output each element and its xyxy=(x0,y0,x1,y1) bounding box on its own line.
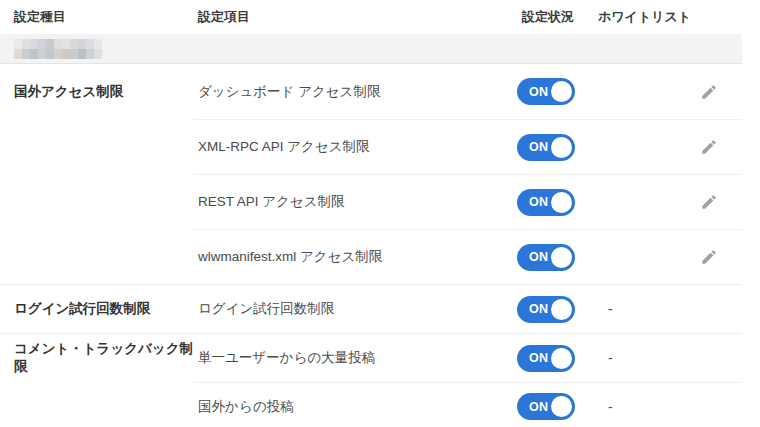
toggle-on-label: ON xyxy=(529,195,549,209)
edit-whitelist-button[interactable] xyxy=(700,193,718,211)
redacted-mosaic xyxy=(14,39,102,59)
toggle-knob xyxy=(551,192,572,213)
category-label: 国外アクセス制限 xyxy=(0,64,193,119)
whitelist-cell xyxy=(598,248,742,266)
toggle-knob xyxy=(551,247,572,268)
redacted-pixel xyxy=(38,39,46,49)
group-items: ログイン試行回数制限 ON - xyxy=(193,285,742,333)
setting-item-label: wlwmanifest.xml アクセス制限 xyxy=(193,248,511,266)
edit-whitelist-button[interactable] xyxy=(700,248,718,266)
table-row: 国外からの投稿 ON - xyxy=(193,382,742,427)
whitelist-cell xyxy=(598,193,742,211)
redacted-pixel xyxy=(62,39,70,49)
whitelist-cell: - xyxy=(598,399,742,415)
group-items: 単一ユーザーからの大量投稿 ON - 国外からの投稿 ON - xyxy=(193,334,742,427)
edit-whitelist-button[interactable] xyxy=(700,138,718,156)
whitelist-cell: - xyxy=(598,301,742,317)
redacted-pixel xyxy=(22,49,30,59)
pencil-icon xyxy=(700,193,718,211)
settings-group: 国外アクセス制限 ダッシュボード アクセス制限 ON XML-RPC API ア… xyxy=(0,64,742,284)
redacted-pixel xyxy=(22,39,30,49)
redacted-pixel xyxy=(14,39,22,49)
setting-item-label: 国外からの投稿 xyxy=(193,398,511,416)
table-row: ダッシュボード アクセス制限 ON xyxy=(193,64,742,119)
redacted-pixel xyxy=(78,49,86,59)
toggle-on-label: ON xyxy=(529,85,549,99)
redacted-pixel xyxy=(46,39,54,49)
redacted-pixel xyxy=(30,49,38,59)
column-header-setting-status: 設定状況 xyxy=(511,8,598,26)
setting-item-label: 単一ユーザーからの大量投稿 xyxy=(193,349,511,367)
whitelist-empty-value: - xyxy=(608,301,613,317)
settings-group: コメント・トラックバック制限 単一ユーザーからの大量投稿 ON - 国外からの投… xyxy=(0,333,742,427)
whitelist-empty-value: - xyxy=(608,399,613,415)
redacted-site-bar xyxy=(0,34,742,64)
toggle-on-label: ON xyxy=(529,351,549,365)
column-header-setting-item: 設定項目 xyxy=(193,8,511,26)
setting-status-cell: ON xyxy=(511,345,598,372)
toggle-knob xyxy=(551,348,572,369)
pencil-icon xyxy=(700,248,718,266)
pencil-icon xyxy=(700,83,718,101)
redacted-pixel xyxy=(62,49,70,59)
settings-groups: 国外アクセス制限 ダッシュボード アクセス制限 ON XML-RPC API ア… xyxy=(0,64,742,427)
setting-item-label: ログイン試行回数制限 xyxy=(193,300,511,318)
setting-status-cell: ON xyxy=(511,296,598,323)
status-toggle-on[interactable]: ON xyxy=(517,296,575,323)
whitelist-cell xyxy=(598,83,742,101)
toggle-on-label: ON xyxy=(529,302,549,316)
whitelist-empty-value: - xyxy=(608,350,613,366)
toggle-knob xyxy=(551,81,572,102)
category-label: コメント・トラックバック制限 xyxy=(0,334,193,382)
redacted-pixel xyxy=(70,49,78,59)
toggle-knob xyxy=(551,396,572,417)
setting-status-cell: ON xyxy=(511,189,598,216)
redacted-pixel xyxy=(94,39,102,49)
redacted-pixel xyxy=(94,49,102,59)
setting-status-cell: ON xyxy=(511,134,598,161)
redacted-pixel xyxy=(30,39,38,49)
redacted-pixel xyxy=(78,39,86,49)
table-row: wlwmanifest.xml アクセス制限 ON xyxy=(193,229,742,284)
redacted-pixel xyxy=(86,39,94,49)
redacted-pixel xyxy=(54,39,62,49)
table-row: 単一ユーザーからの大量投稿 ON - xyxy=(193,334,742,382)
redacted-pixel xyxy=(86,49,94,59)
status-toggle-on[interactable]: ON xyxy=(517,134,575,161)
toggle-knob xyxy=(551,299,572,320)
setting-status-cell: ON xyxy=(511,78,598,105)
edit-whitelist-button[interactable] xyxy=(700,83,718,101)
table-row: REST API アクセス制限 ON xyxy=(193,174,742,229)
redacted-pixel xyxy=(14,49,22,59)
table-row: ログイン試行回数制限 ON - xyxy=(193,285,742,333)
pencil-icon xyxy=(700,138,718,156)
column-header-whitelist: ホワイトリスト xyxy=(598,8,742,26)
whitelist-cell: - xyxy=(598,350,742,366)
settings-group: ログイン試行回数制限 ログイン試行回数制限 ON - xyxy=(0,284,742,333)
column-header-setting-category: 設定種目 xyxy=(0,8,193,26)
status-toggle-on[interactable]: ON xyxy=(517,189,575,216)
status-toggle-on[interactable]: ON xyxy=(517,244,575,271)
status-toggle-on[interactable]: ON xyxy=(517,78,575,105)
setting-item-label: REST API アクセス制限 xyxy=(193,193,511,211)
toggle-on-label: ON xyxy=(529,400,549,414)
status-toggle-on[interactable]: ON xyxy=(517,345,575,372)
setting-status-cell: ON xyxy=(511,393,598,420)
toggle-on-label: ON xyxy=(529,250,549,264)
redacted-pixel xyxy=(46,49,54,59)
redacted-pixel xyxy=(70,39,78,49)
security-settings-table: 設定種目 設定項目 設定状況 ホワイトリスト 国外アクセス制限 ダッシュボード … xyxy=(0,0,742,427)
redacted-pixel xyxy=(38,49,46,59)
status-toggle-on[interactable]: ON xyxy=(517,393,575,420)
toggle-knob xyxy=(551,137,572,158)
group-items: ダッシュボード アクセス制限 ON XML-RPC API アクセス制限 ON … xyxy=(193,64,742,284)
category-label: ログイン試行回数制限 xyxy=(0,285,193,333)
setting-status-cell: ON xyxy=(511,244,598,271)
setting-item-label: ダッシュボード アクセス制限 xyxy=(193,83,511,101)
table-header: 設定種目 設定項目 設定状況 ホワイトリスト xyxy=(0,0,742,34)
setting-item-label: XML-RPC API アクセス制限 xyxy=(193,138,511,156)
table-row: XML-RPC API アクセス制限 ON xyxy=(193,119,742,174)
redacted-pixel xyxy=(54,49,62,59)
whitelist-cell xyxy=(598,138,742,156)
toggle-on-label: ON xyxy=(529,140,549,154)
